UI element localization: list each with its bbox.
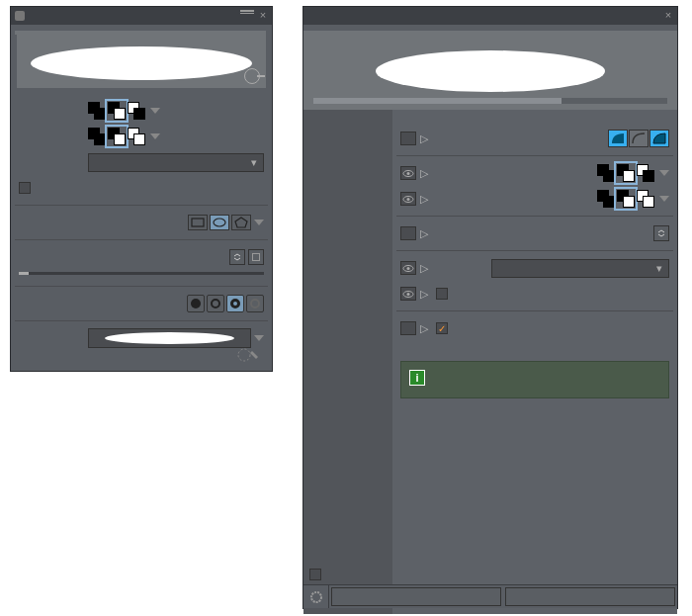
color-swatch[interactable] <box>617 164 635 182</box>
color-swatch-main[interactable] <box>88 102 106 120</box>
menu-icon[interactable] <box>240 9 254 17</box>
row-brush-size <box>19 244 264 282</box>
svg-point-9 <box>407 267 410 270</box>
row-add-method: ▾ <box>19 149 264 175</box>
aa-mid-button[interactable] <box>226 295 244 312</box>
row-bind-text: ▷ <box>400 315 669 341</box>
bind-text-checkbox[interactable] <box>436 322 448 334</box>
dropdown-icon[interactable] <box>659 196 669 202</box>
dropdown-icon[interactable] <box>254 335 264 341</box>
lock-icon[interactable] <box>244 68 260 84</box>
visibility-toggle[interactable] <box>400 261 416 275</box>
color-swatch[interactable] <box>597 190 615 208</box>
color-swatch[interactable] <box>637 164 654 182</box>
dropdown-icon[interactable] <box>659 170 669 176</box>
row-tone: ▷ <box>400 281 669 307</box>
svg-point-5 <box>407 172 410 175</box>
brush-shape-preview[interactable] <box>88 328 251 348</box>
color-swatch-user[interactable] <box>128 128 145 145</box>
row-shape <box>19 210 264 235</box>
shape-ellipse-button[interactable] <box>210 215 229 230</box>
seg-fill-only[interactable] <box>608 130 628 147</box>
expand-icon[interactable]: ▷ <box>418 322 430 335</box>
close-icon[interactable]: × <box>256 9 270 23</box>
row-fill-opacity: ▷ <box>400 220 669 246</box>
ellipse-preview-icon <box>376 50 606 92</box>
row-antialias <box>19 291 264 316</box>
color-swatch[interactable] <box>637 190 654 208</box>
aa-none-button[interactable] <box>187 295 205 312</box>
dropdown-icon[interactable] <box>150 133 160 139</box>
row-line-color: ▷ <box>400 160 669 186</box>
bottom-bar <box>303 584 677 608</box>
close-icon[interactable]: × <box>661 9 675 23</box>
color-swatch-user[interactable] <box>128 102 145 120</box>
tone-checkbox[interactable] <box>436 288 448 300</box>
reset-button[interactable] <box>331 587 501 606</box>
hint-box: i <box>400 361 669 398</box>
gear-icon[interactable] <box>303 585 329 608</box>
category-display-row <box>309 569 327 580</box>
wrench-icon[interactable] <box>234 345 264 367</box>
seg-line-fill[interactable] <box>649 130 669 147</box>
row-tone <box>19 175 264 201</box>
expand-icon[interactable]: ▷ <box>418 288 430 301</box>
expand-icon[interactable]: ▷ <box>418 227 430 240</box>
expand-icon[interactable]: ▷ <box>418 262 430 275</box>
visibility-toggle[interactable] <box>400 166 416 180</box>
grip-icon[interactable] <box>15 11 25 21</box>
svg-point-11 <box>407 293 410 296</box>
expand-icon[interactable]: ▷ <box>418 193 430 206</box>
subtool-detail-panel: × ▷ ▷ <box>303 6 678 609</box>
aa-weak-button[interactable] <box>207 295 224 312</box>
titlebar[interactable]: × <box>303 7 677 25</box>
stepper-icon[interactable] <box>653 225 669 241</box>
tool-property-panel: × ▾ <box>10 6 273 372</box>
row-add-method: ▷ ▾ <box>400 255 669 281</box>
brush-size-slider[interactable] <box>19 272 264 282</box>
add-method-dropdown[interactable]: ▾ <box>88 153 264 172</box>
expand-icon[interactable]: ▷ <box>418 132 430 145</box>
visibility-toggle[interactable] <box>400 226 416 240</box>
svg-point-12 <box>311 592 321 602</box>
tone-checkbox[interactable] <box>19 182 31 194</box>
category-list <box>303 110 392 614</box>
tool-name-tag <box>309 31 321 35</box>
add-method-dropdown[interactable]: ▾ <box>491 259 669 278</box>
row-line-color <box>19 98 264 124</box>
expand-icon[interactable]: ▷ <box>418 167 430 180</box>
row-fill-color <box>19 124 264 149</box>
svg-rect-0 <box>192 219 204 226</box>
visibility-toggle[interactable] <box>400 132 416 145</box>
dropdown-icon[interactable] <box>150 108 160 114</box>
color-swatch[interactable] <box>617 190 635 208</box>
row-brush-shape <box>19 325 264 351</box>
stepper-icon[interactable] <box>229 249 245 265</box>
dropdown-icon[interactable] <box>254 220 264 225</box>
svg-marker-2 <box>235 218 247 227</box>
shape-rect-button[interactable] <box>188 215 208 230</box>
category-display-checkbox[interactable] <box>309 569 321 580</box>
svg-point-7 <box>407 198 410 201</box>
svg-point-3 <box>238 349 250 361</box>
visibility-toggle[interactable] <box>400 321 416 335</box>
color-swatch-main[interactable] <box>88 128 106 145</box>
info-icon: i <box>409 370 425 386</box>
visibility-toggle[interactable] <box>400 192 416 206</box>
tool-preview <box>17 31 266 88</box>
row-line-fill: ▷ <box>400 126 669 151</box>
seg-line-only[interactable] <box>629 130 649 147</box>
aa-strong-button[interactable] <box>246 295 264 312</box>
color-swatch-sub[interactable] <box>108 102 126 120</box>
color-swatch[interactable] <box>597 164 615 182</box>
svg-point-1 <box>214 219 225 226</box>
progress-bar <box>313 98 667 104</box>
link-icon[interactable] <box>248 249 264 265</box>
color-swatch-sub[interactable] <box>108 128 126 145</box>
titlebar[interactable]: × <box>11 7 272 25</box>
visibility-toggle[interactable] <box>400 287 416 301</box>
shape-polygon-button[interactable] <box>231 215 251 230</box>
row-fill-color: ▷ <box>400 186 669 212</box>
ellipse-preview-icon <box>31 46 252 80</box>
register-button[interactable] <box>505 587 675 606</box>
